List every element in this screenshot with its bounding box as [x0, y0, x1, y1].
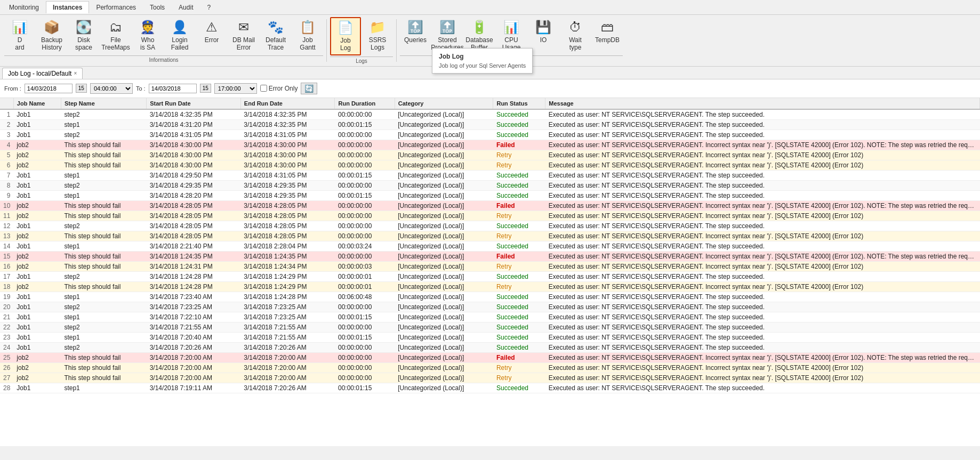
nav-tab-instances[interactable]: Instances: [46, 1, 89, 13]
table-row[interactable]: 24 Job1 step2 3/14/2018 7:20:26 AM 3/14/…: [0, 342, 980, 352]
cell-step: This step should fail: [61, 362, 146, 373]
table-row[interactable]: 12 Job1 step2 3/14/2018 4:28:05 PM 3/14/…: [0, 221, 980, 231]
cell-job: Job1: [13, 190, 61, 200]
table-row[interactable]: 21 Job1 step1 3/14/2018 7:22:10 AM 3/14/…: [0, 312, 980, 322]
toolbar-btn-job-log[interactable]: 📄 JobLog: [330, 17, 361, 55]
cell-duration: 00:00:00:00: [335, 150, 395, 160]
table-row[interactable]: 8 Job1 step2 3/14/2018 4:29:35 PM 3/14/2…: [0, 180, 980, 190]
table-row[interactable]: 22 Job1 step2 3/14/2018 7:21:55 AM 3/14/…: [0, 322, 980, 332]
cell-job: Job1: [13, 241, 61, 251]
col-start-date[interactable]: Start Run Date: [147, 98, 241, 109]
content-tab-job-log[interactable]: Job Log - local/Default ×: [2, 68, 83, 79]
toolbar-btn-db-mail-error[interactable]: ✉ DB MailError: [228, 17, 259, 54]
toolbar-btn-default-trace[interactable]: 🐾 DefaultTrace: [260, 17, 291, 54]
cell-duration: 00:00:00:00: [335, 352, 395, 362]
nav-tab-audit[interactable]: Audit: [172, 1, 200, 13]
cell-start: 3/14/2018 1:24:28 PM: [147, 281, 241, 292]
cell-end: 3/14/2018 7:20:26 AM: [240, 342, 335, 352]
toolbar-btn-error[interactable]: ⚠ Error: [196, 17, 227, 53]
toolbar-btn-ssrs-logs[interactable]: 📁 SSRSLogs: [362, 17, 393, 54]
error-icon: ⚠: [206, 20, 218, 35]
table-row[interactable]: 3 Job1 step2 3/14/2018 4:31:05 PM 3/14/2…: [0, 130, 980, 140]
cell-step: This step should fail: [61, 200, 146, 211]
toolbar-btn-file-treemaps[interactable]: 🗂 FileTreeMaps: [100, 17, 131, 54]
cell-start: 3/14/2018 4:28:20 PM: [147, 190, 241, 200]
table-row[interactable]: 17 Job1 step2 3/14/2018 1:24:28 PM 3/14/…: [0, 271, 980, 281]
nav-tab-help[interactable]: ?: [200, 1, 218, 13]
table-row[interactable]: 9 Job1 step1 3/14/2018 4:28:20 PM 3/14/2…: [0, 190, 980, 200]
cell-start: 3/14/2018 2:21:40 PM: [147, 241, 241, 251]
cell-category: [Uncategorized (Local)]: [395, 342, 493, 352]
cell-end: 3/14/2018 4:28:05 PM: [240, 231, 335, 241]
toolbar-btn-queries[interactable]: 🔝 Queries: [400, 17, 431, 53]
table-row[interactable]: 18 job2 This step should fail 3/14/2018 …: [0, 281, 980, 292]
cell-end: 3/14/2018 4:29:35 PM: [240, 180, 335, 190]
content-tab-close[interactable]: ×: [74, 70, 77, 76]
col-end-date[interactable]: End Run Date: [240, 98, 335, 109]
table-row[interactable]: 11 job2 This step should fail 3/14/2018 …: [0, 211, 980, 221]
error-only-label[interactable]: Error Only: [260, 85, 298, 92]
from-date-picker-btn[interactable]: 15: [76, 84, 87, 93]
toolbar-btn-job-gantt[interactable]: 📋 JobGantt: [292, 17, 323, 54]
table-row[interactable]: 13 job2 This step should fail 3/14/2018 …: [0, 231, 980, 241]
to-time-select[interactable]: 17:00:00: [214, 83, 257, 94]
table-row[interactable]: 1 Job1 step2 3/14/2018 4:32:35 PM 3/14/2…: [0, 109, 980, 120]
cell-job: Job1: [13, 312, 61, 322]
cell-step: step1: [61, 241, 146, 251]
toolbar-btn-wait-type[interactable]: ⏱ Waittype: [560, 17, 591, 54]
from-time-select[interactable]: 04:00:00: [90, 83, 133, 94]
from-date-input[interactable]: [25, 84, 73, 93]
nav-tab-monitoring[interactable]: Monitoring: [2, 1, 46, 13]
stored-procedures-icon: 🔝: [439, 20, 455, 35]
cell-num: 26: [0, 362, 13, 373]
cell-num: 9: [0, 190, 13, 200]
cell-status: Succeeded: [493, 190, 545, 200]
cell-job: job2: [13, 362, 61, 373]
table-row[interactable]: 5 job2 This step should fail 3/14/2018 4…: [0, 150, 980, 160]
cell-num: 14: [0, 241, 13, 251]
tooltip-title: Job Log: [439, 53, 526, 60]
nav-tab-tools[interactable]: Tools: [143, 1, 172, 13]
col-run-status[interactable]: Run Status: [493, 98, 545, 109]
cell-category: [Uncategorized (Local)]: [395, 140, 493, 150]
cell-category: [Uncategorized (Local)]: [395, 292, 493, 302]
table-row[interactable]: 28 Job1 step1 3/14/2018 7:19:11 AM 3/14/…: [0, 383, 980, 393]
table-row[interactable]: 25 job2 This step should fail 3/14/2018 …: [0, 352, 980, 362]
table-row[interactable]: 26 job2 This step should fail 3/14/2018 …: [0, 362, 980, 373]
cell-duration: 00:00:00:00: [335, 322, 395, 332]
table-row[interactable]: 6 job2 This step should fail 3/14/2018 4…: [0, 160, 980, 170]
table-row[interactable]: 16 job2 This step should fail 3/14/2018 …: [0, 261, 980, 271]
table-row[interactable]: 15 job2 This step should fail 3/14/2018 …: [0, 251, 980, 261]
table-row[interactable]: 19 Job1 step1 3/14/2018 7:23:40 AM 3/14/…: [0, 292, 980, 302]
table-row[interactable]: 14 Job1 step1 3/14/2018 2:21:40 PM 3/14/…: [0, 241, 980, 251]
to-date-picker-btn[interactable]: 15: [200, 84, 211, 93]
refresh-button[interactable]: 🔄: [301, 83, 317, 94]
toolbar-btn-login-failed[interactable]: 👤 LoginFailed: [164, 17, 195, 54]
col-step-name[interactable]: Step Name: [61, 98, 146, 109]
to-date-input[interactable]: [149, 84, 197, 93]
table-container[interactable]: Job Name Step Name Start Run Date End Ru…: [0, 98, 980, 446]
toolbar-btn-who-is-sa[interactable]: 👮 Whois SA: [132, 17, 163, 54]
col-job-name[interactable]: Job Name: [13, 98, 61, 109]
nav-tab-performances[interactable]: Performances: [89, 1, 143, 13]
col-category[interactable]: Category: [395, 98, 493, 109]
toolbar-btn-tempdb[interactable]: 🗃 TempDB: [592, 17, 623, 53]
toolbar-btn-dashboard[interactable]: 📊 Dard: [4, 17, 35, 54]
table-row[interactable]: 27 job2 This step should fail 3/14/2018 …: [0, 373, 980, 383]
cell-job: job2: [13, 251, 61, 261]
to-label: To :: [136, 85, 146, 92]
table-row[interactable]: 2 Job1 step1 3/14/2018 4:31:20 PM 3/14/2…: [0, 119, 980, 130]
dashboard-icon: 📊: [12, 20, 28, 35]
col-run-duration[interactable]: Run Duration: [335, 98, 395, 109]
col-message[interactable]: Message: [545, 98, 980, 109]
table-row[interactable]: 23 Job1 step1 3/14/2018 7:20:40 AM 3/14/…: [0, 332, 980, 342]
table-row[interactable]: 20 Job1 step2 3/14/2018 7:23:25 AM 3/14/…: [0, 302, 980, 312]
cell-duration: 00:00:00:00: [335, 130, 395, 140]
table-row[interactable]: 7 Job1 step1 3/14/2018 4:29:50 PM 3/14/2…: [0, 170, 980, 180]
toolbar-btn-backup-history[interactable]: 📦 BackupHistory: [36, 17, 67, 54]
error-only-checkbox[interactable]: [260, 85, 267, 92]
table-row[interactable]: 4 job2 This step should fail 3/14/2018 4…: [0, 140, 980, 150]
toolbar-btn-disk-space[interactable]: 💽 Diskspace: [68, 17, 99, 54]
table-row[interactable]: 10 job2 This step should fail 3/14/2018 …: [0, 200, 980, 211]
cell-duration: 00:00:00:00: [335, 160, 395, 170]
